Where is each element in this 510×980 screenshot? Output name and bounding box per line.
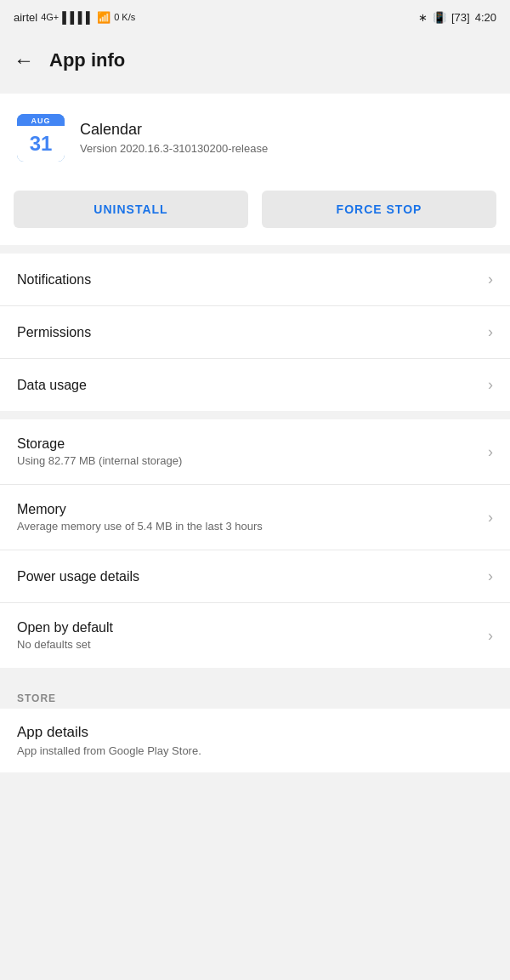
- menu-item-data-usage[interactable]: Data usage ›: [0, 359, 510, 411]
- section-gap-3: [0, 668, 510, 676]
- app-version: Version 2020.16.3-310130200-release: [80, 142, 268, 155]
- app-info-card: AUG 31 Calendar Version 2020.16.3-310130…: [0, 94, 510, 182]
- chevron-icon-open-by-default: ›: [488, 627, 493, 645]
- chevron-icon-permissions: ›: [488, 323, 493, 341]
- time-display: 4:20: [475, 11, 496, 24]
- menu-item-notifications[interactable]: Notifications ›: [0, 254, 510, 306]
- menu-item-storage[interactable]: Storage Using 82.77 MB (internal storage…: [0, 419, 510, 485]
- status-right: ∗ 📳 [73] 4:20: [418, 11, 496, 24]
- app-icon: AUG 31: [17, 114, 65, 162]
- section-gap-1: [0, 245, 510, 254]
- page-title: App info: [49, 49, 125, 71]
- store-item[interactable]: App details App installed from Google Pl…: [0, 709, 510, 772]
- store-section-label: STORE: [17, 692, 56, 704]
- menu-item-open-by-default-title: Open by default: [17, 620, 113, 635]
- chevron-icon-memory: ›: [488, 509, 493, 527]
- action-buttons: UNINSTALL FORCE STOP: [0, 182, 510, 245]
- menu-item-memory-subtitle: Average memory use of 5.4 MB in the last…: [17, 520, 263, 533]
- app-icon-day: 31: [17, 126, 65, 162]
- wifi-icon: 📶: [97, 11, 110, 24]
- menu-item-open-by-default-subtitle: No defaults set: [17, 638, 113, 651]
- menu-item-permissions-title: Permissions: [17, 325, 91, 340]
- vibrate-icon: 📳: [433, 11, 446, 24]
- store-item-subtitle: App installed from Google Play Store.: [17, 744, 493, 757]
- app-icon-month-label: AUG: [17, 114, 65, 126]
- force-stop-button[interactable]: FORCE STOP: [262, 191, 496, 228]
- status-bar: airtel 4G+ ▌▌▌▌ 📶 0 K/s ∗ 📳 [73] 4:20: [0, 0, 510, 34]
- store-item-title: App details: [17, 724, 493, 741]
- section-gap-2: [0, 411, 510, 419]
- menu-item-memory-title: Memory: [17, 502, 263, 517]
- top-bar: ← App info: [0, 34, 510, 87]
- bluetooth-icon: ∗: [418, 11, 428, 24]
- battery-icon: [73]: [451, 11, 470, 24]
- menu-item-power-usage[interactable]: Power usage details ›: [0, 550, 510, 603]
- store-section-header: STORE: [0, 676, 510, 709]
- uninstall-button[interactable]: UNINSTALL: [14, 191, 248, 228]
- menu-list-details: Storage Using 82.77 MB (internal storage…: [0, 419, 510, 668]
- menu-item-open-by-default[interactable]: Open by default No defaults set ›: [0, 603, 510, 668]
- chevron-icon-data-usage: ›: [488, 376, 493, 394]
- menu-item-storage-subtitle: Using 82.77 MB (internal storage): [17, 454, 182, 467]
- menu-list-basic: Notifications › Permissions › Data usage…: [0, 254, 510, 411]
- app-name: Calendar: [80, 121, 268, 139]
- status-left: airtel 4G+ ▌▌▌▌ 📶 0 K/s: [14, 11, 135, 24]
- signal-icon: ▌▌▌▌: [62, 11, 94, 24]
- data-speed: 0 K/s: [114, 12, 135, 22]
- network-type: 4G+: [41, 12, 59, 22]
- app-details: Calendar Version 2020.16.3-310130200-rel…: [80, 121, 268, 155]
- menu-item-notifications-title: Notifications: [17, 272, 91, 288]
- chevron-icon-storage: ›: [488, 443, 493, 461]
- chevron-icon-power-usage: ›: [488, 567, 493, 585]
- menu-item-memory[interactable]: Memory Average memory use of 5.4 MB in t…: [0, 485, 510, 550]
- menu-item-permissions[interactable]: Permissions ›: [0, 306, 510, 359]
- chevron-icon-notifications: ›: [488, 271, 493, 288]
- menu-item-power-usage-title: Power usage details: [17, 569, 139, 584]
- back-button[interactable]: ←: [14, 48, 34, 72]
- menu-item-storage-title: Storage: [17, 436, 182, 452]
- menu-item-data-usage-title: Data usage: [17, 378, 87, 393]
- carrier-text: airtel: [14, 11, 37, 24]
